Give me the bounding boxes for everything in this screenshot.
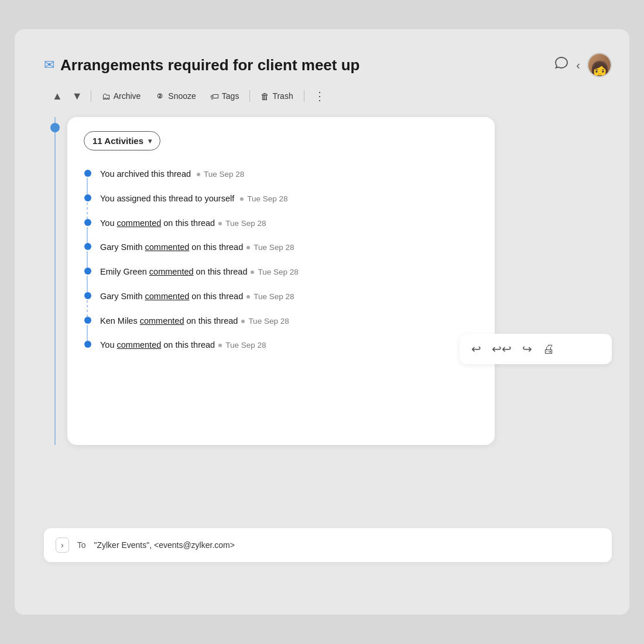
to-value: "Zylker Events", <events@zylker.com> [94, 540, 234, 550]
archive-label: Archive [114, 91, 141, 101]
reply-all-button[interactable]: ↩↩ [492, 342, 512, 356]
snooze-label: Snooze [168, 91, 196, 101]
print-button[interactable]: 🖨 [543, 342, 554, 356]
divider-3 [304, 90, 304, 102]
activity-separator [246, 246, 250, 249]
activity-link[interactable]: commented [117, 340, 162, 350]
activity-dot [84, 194, 91, 201]
activity-item: You commented on this threadTue Sep 28 [84, 333, 478, 358]
activities-header: 11 Activities ▾ [84, 131, 478, 150]
activity-text: You assigned this thread to yourself Tue… [100, 193, 478, 205]
activity-text-after: on this thread [187, 316, 238, 326]
snooze-button[interactable]: ② Snooze [149, 87, 201, 105]
more-button[interactable]: ⋮ [309, 87, 331, 105]
activity-link[interactable]: commented [149, 267, 194, 276]
activity-item: You assigned this thread to yourself Tue… [84, 187, 478, 211]
main-content: 11 Activities ▾ You archived this thread… [44, 117, 612, 445]
timeline-line [54, 117, 56, 445]
activity-item: You archived this thread Tue Sep 28 [84, 162, 478, 187]
activity-text-before: You [100, 340, 114, 350]
activity-dot-wrap [84, 194, 92, 201]
comment-icon[interactable] [554, 56, 569, 74]
tags-button[interactable]: 🏷 Tags [204, 88, 245, 105]
activity-dot [84, 317, 91, 324]
to-label: To [77, 540, 86, 550]
activity-text-after: on this thread [196, 267, 248, 276]
activity-dot [84, 219, 91, 226]
activity-text: Gary Smith commented on this threadTue S… [100, 290, 478, 303]
mail-icon: ✉ [44, 57, 54, 73]
header-row: ✉ Arrangements required for client meet … [44, 53, 612, 77]
tags-label: Tags [222, 91, 239, 101]
activity-text-before: Emily Green [100, 267, 147, 276]
activity-date: Tue Sep 28 [225, 219, 266, 228]
activity-item: Gary Smith commented on this threadTue S… [84, 285, 478, 309]
activity-text-after: on this thread [191, 242, 243, 252]
activity-date: Tue Sep 28 [254, 243, 294, 252]
activity-list: You archived this thread Tue Sep 28You a… [84, 162, 478, 358]
activity-text-before: You [100, 218, 114, 228]
activity-text-before: Gary Smith [100, 242, 143, 252]
expand-button[interactable]: › [56, 537, 69, 553]
activity-separator [251, 270, 254, 274]
activity-text: Emily Green commented on this threadTue … [100, 266, 478, 279]
activity-link[interactable]: commented [140, 316, 184, 326]
activity-link[interactable]: commented [145, 292, 190, 301]
activity-date: Tue Sep 28 [247, 194, 287, 203]
activities-badge-button[interactable]: 11 Activities ▾ [84, 131, 160, 150]
activity-dot-wrap [84, 243, 92, 250]
badge-chevron-icon: ▾ [148, 137, 152, 145]
archive-icon: 🗂 [102, 91, 111, 101]
header-left: ✉ Arrangements required for client meet … [44, 56, 359, 74]
activity-dot [84, 243, 91, 250]
activity-text: Gary Smith commented on this threadTue S… [100, 241, 478, 254]
activity-text-after: on this thread [191, 292, 243, 301]
timeline-top-dot [50, 123, 60, 132]
activity-text-before: You archived this thread [100, 169, 191, 179]
activity-text-before: Gary Smith [100, 292, 143, 301]
activity-text-before: Ken Miles [100, 316, 138, 326]
trash-button[interactable]: 🗑 Trash [255, 88, 299, 105]
activity-date: Tue Sep 28 [258, 268, 298, 276]
reply-button[interactable]: ↩ [471, 342, 481, 356]
activity-text: Ken Miles commented on this threadTue Se… [100, 315, 478, 328]
activity-separator [241, 320, 245, 323]
divider-1 [91, 90, 91, 102]
activity-text: You commented on this threadTue Sep 28 [100, 339, 478, 352]
activity-dot-wrap [84, 292, 92, 299]
email-title: Arrangements required for client meet up [60, 56, 359, 74]
activity-dot-wrap [84, 170, 92, 177]
activity-text-before: You assigned this thread to yourself [100, 194, 234, 203]
activity-separator [246, 295, 250, 299]
activity-link[interactable]: commented [117, 218, 162, 228]
activity-link[interactable]: commented [145, 242, 190, 252]
collapse-icon[interactable]: ‹ [576, 59, 580, 72]
email-container: ✉ Arrangements required for client meet … [15, 29, 629, 615]
activity-date: Tue Sep 28 [248, 317, 289, 326]
activity-date: Tue Sep 28 [254, 292, 294, 301]
activity-dot-wrap [84, 219, 92, 226]
activity-dot [84, 341, 91, 348]
divider-2 [249, 90, 250, 102]
activity-item: You commented on this threadTue Sep 28 [84, 211, 478, 236]
activity-separator [218, 344, 222, 347]
activity-separator [218, 222, 222, 225]
activities-count: 11 Activities [93, 136, 143, 146]
tags-icon: 🏷 [210, 91, 219, 101]
activity-dot-wrap [84, 317, 92, 324]
activity-item: Emily Green commented on this threadTue … [84, 260, 478, 285]
forward-button[interactable]: ↪ [522, 342, 532, 356]
archive-button[interactable]: 🗂 Archive [96, 88, 147, 105]
activity-separator [240, 197, 244, 201]
nav-up-button[interactable]: ▲ [49, 88, 66, 105]
activity-text: You archived this thread Tue Sep 28 [100, 168, 478, 181]
nav-down-button[interactable]: ▼ [68, 88, 86, 105]
snooze-icon: ② [155, 91, 165, 101]
activity-dot [84, 268, 91, 275]
reply-area: ↩ ↩↩ ↪ 🖨 [460, 334, 612, 364]
activity-text-after: on this thread [163, 218, 215, 228]
activity-text-after: on this thread [163, 340, 215, 350]
activity-dot [84, 292, 91, 299]
header-right: ‹ 👩 [554, 53, 612, 77]
trash-label: Trash [272, 91, 293, 101]
